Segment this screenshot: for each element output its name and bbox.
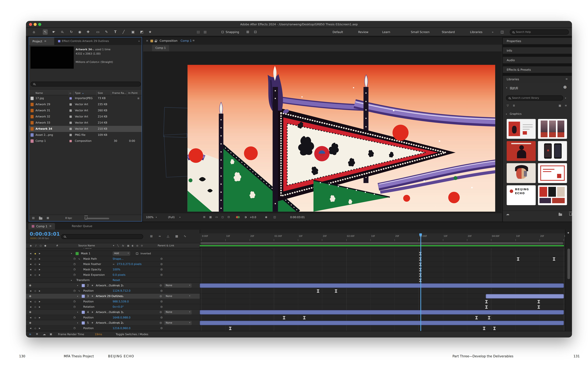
twirl-down-icon[interactable]: ▾ bbox=[77, 295, 78, 297]
switch-fx-icon[interactable]: fx bbox=[121, 322, 124, 324]
panel-menu-icon[interactable]: ≡ bbox=[49, 225, 52, 228]
add-folder-icon[interactable] bbox=[559, 213, 562, 216]
graph-editor-icon[interactable]: ∿ bbox=[184, 235, 186, 238]
performance-icon[interactable]: ✻ bbox=[36, 333, 38, 336]
workspace-default[interactable]: Default bbox=[333, 30, 343, 33]
keyframe-marker[interactable] bbox=[317, 289, 319, 292]
property-value[interactable]: 1216.0,960.0 bbox=[112, 327, 130, 330]
keyframe-marker[interactable] bbox=[517, 257, 519, 260]
magnification-dropdown[interactable]: 100% bbox=[146, 216, 154, 219]
property-label[interactable]: Rotation bbox=[83, 305, 94, 308]
prev-keyframe-icon[interactable]: ◀ bbox=[30, 263, 31, 265]
layer-row-5[interactable]: ◉ ▾ 5 ★ Artwork...Outlines 2 ✦ ╱ fx ◎ No… bbox=[26, 320, 200, 326]
playhead-line[interactable] bbox=[420, 234, 421, 331]
property-row-position[interactable]: ◀ ◇ ▶ ◷ Position 1216.0,960.0 ◎ bbox=[26, 326, 200, 331]
parent-dropdown[interactable]: None▾ bbox=[164, 294, 192, 298]
current-time-display[interactable]: 0:00:03:01 bbox=[30, 231, 60, 237]
switch-fx-icon[interactable]: fx bbox=[121, 295, 124, 297]
twirl-down-icon[interactable]: ▾ bbox=[77, 311, 78, 313]
col-name[interactable]: Name bbox=[35, 91, 43, 94]
label-color-chip[interactable] bbox=[69, 122, 72, 124]
mask-inverted-checkbox[interactable] bbox=[136, 252, 138, 255]
eraser-tool[interactable]: ◩ bbox=[140, 30, 143, 33]
footage-preview-thumbnail[interactable] bbox=[31, 47, 74, 69]
workspace-bar-icon[interactable]: ◫ bbox=[501, 30, 504, 33]
transform-reset[interactable]: Reset bbox=[112, 279, 120, 282]
keyframe-diamond-icon[interactable]: ◇ bbox=[35, 268, 36, 271]
grid-view-icon[interactable]: ▦ bbox=[559, 104, 561, 107]
property-value[interactable]: 0x+0.0° bbox=[112, 305, 124, 308]
pickwhip-icon[interactable]: ◎ bbox=[160, 305, 163, 308]
layer-row-4[interactable]: ◉ ▾ 4 ★ Artwork...Outlines 3 ✦ ╱ fx ◎ No… bbox=[26, 310, 200, 315]
preview-time-display[interactable]: 0:00:03:01 bbox=[290, 216, 305, 219]
workspace-libraries[interactable]: Libraries bbox=[470, 30, 482, 33]
cloud-sync-icon[interactable]: ☁ bbox=[506, 212, 509, 216]
property-label[interactable]: Position bbox=[83, 289, 94, 292]
graph-toggle-icon[interactable]: ∿ bbox=[78, 290, 80, 292]
layer-duration-bar[interactable] bbox=[486, 294, 564, 299]
camera-tool[interactable]: ◉ bbox=[78, 30, 81, 33]
trash-icon[interactable] bbox=[569, 213, 572, 216]
project-row[interactable]: Artwork 29 Vector Art 235 KB bbox=[29, 101, 142, 108]
pickwhip-icon[interactable]: ◎ bbox=[160, 295, 162, 297]
snap-option-icon[interactable]: ⊞ bbox=[246, 30, 249, 33]
stopwatch-icon[interactable]: ◷ bbox=[73, 316, 76, 319]
orbit-camera-tool[interactable]: ↻ bbox=[70, 30, 73, 33]
property-row-mask-feather[interactable]: ◀ ◇ ▶ ◷ Mask Feather ∞ 273.0,273.0 pixel… bbox=[26, 262, 200, 267]
panel-menu-icon[interactable]: ≡ bbox=[44, 40, 46, 42]
tab-project[interactable]: Project ≡ bbox=[29, 37, 54, 45]
library-asset-collage[interactable] bbox=[538, 185, 567, 205]
keyframe-diamond-icon[interactable]: ◇ bbox=[35, 258, 36, 260]
color-depth-label[interactable]: 8 bpc bbox=[65, 217, 72, 219]
library-asset-masked-face[interactable] bbox=[507, 163, 536, 183]
tag-column-icon[interactable]: ◇ bbox=[69, 92, 71, 94]
next-keyframe-icon[interactable]: ▶ bbox=[39, 290, 40, 292]
puppet-pin-tool[interactable]: ★ bbox=[148, 30, 152, 33]
transform-label[interactable]: Transform bbox=[76, 279, 90, 282]
switch-quality-icon[interactable]: ✦ bbox=[113, 284, 115, 287]
keyframe-diamond-icon[interactable]: ◇ bbox=[35, 274, 36, 276]
prev-keyframe-icon[interactable]: ◀ bbox=[30, 327, 31, 329]
close-window-button[interactable] bbox=[29, 23, 32, 26]
property-label[interactable]: Mask Feather bbox=[83, 263, 101, 266]
switch-collapse-icon[interactable]: ╱ bbox=[118, 322, 119, 324]
snapshot-camera-icon[interactable]: ◉ bbox=[265, 216, 267, 219]
library-asset-phone-mockups[interactable] bbox=[538, 141, 567, 161]
shy-layers-icon[interactable]: △ bbox=[167, 235, 169, 238]
vertical-scrollbar[interactable] bbox=[567, 249, 570, 279]
interpret-footage-icon[interactable]: ▤ bbox=[32, 217, 35, 219]
keyframe-marker[interactable] bbox=[485, 300, 488, 303]
pickwhip-icon[interactable]: ◎ bbox=[160, 273, 163, 276]
prev-keyframe-icon[interactable]: ◀ bbox=[30, 258, 31, 260]
library-name[interactable]: 我的库 bbox=[510, 87, 518, 90]
label-color-chip[interactable] bbox=[69, 109, 72, 112]
mask-name[interactable]: Mask 1 bbox=[81, 252, 90, 255]
switch-collapse-icon[interactable]: ╱ bbox=[118, 311, 119, 313]
library-asset-magazine-spread[interactable] bbox=[507, 119, 536, 139]
switch-quality-icon[interactable]: ✦ bbox=[113, 311, 115, 313]
property-label[interactable]: Mask Path bbox=[83, 257, 97, 260]
keyframe-diamond-icon[interactable]: ◇ bbox=[35, 300, 36, 303]
col-size[interactable]: Size bbox=[98, 91, 103, 94]
keyframe-marker[interactable] bbox=[488, 316, 490, 319]
pen-tool[interactable]: ✎ bbox=[105, 30, 108, 33]
layer-row-3-selected[interactable]: ◉ ▾ 3 ★ Artwork 29 Outlines ✦ ╱ fx ◎ Non… bbox=[26, 294, 200, 299]
layer-label-chip[interactable] bbox=[82, 311, 85, 314]
grid-guides-icon[interactable]: ▦ bbox=[203, 30, 207, 33]
next-keyframe-icon[interactable]: ▶ bbox=[39, 258, 40, 260]
tab-timeline-comp1[interactable]: Comp 1 ≡ bbox=[28, 223, 55, 230]
new-folder-icon[interactable] bbox=[39, 217, 42, 219]
help-search-input[interactable]: Search Help bbox=[510, 29, 569, 35]
pickwhip-icon[interactable]: ◎ bbox=[160, 263, 163, 266]
keyframe-marker[interactable] bbox=[476, 316, 478, 319]
keyframe-marker[interactable] bbox=[538, 300, 540, 303]
keyframe-diamond-icon[interactable]: ◇ bbox=[35, 327, 36, 329]
prev-keyframe-icon[interactable]: ◀ bbox=[30, 252, 31, 254]
panel-header-info[interactable]: Info bbox=[503, 47, 572, 54]
workspace-standard[interactable]: Standard bbox=[442, 30, 455, 33]
stopwatch-icon[interactable]: ◷ bbox=[73, 273, 76, 276]
library-search-input[interactable]: Search current library bbox=[506, 95, 563, 101]
guides-icon[interactable]: ⊡ bbox=[228, 216, 230, 219]
pan-behind-tool[interactable]: ✚ bbox=[87, 30, 90, 33]
cloud-icon[interactable]: ☁ bbox=[43, 333, 46, 336]
